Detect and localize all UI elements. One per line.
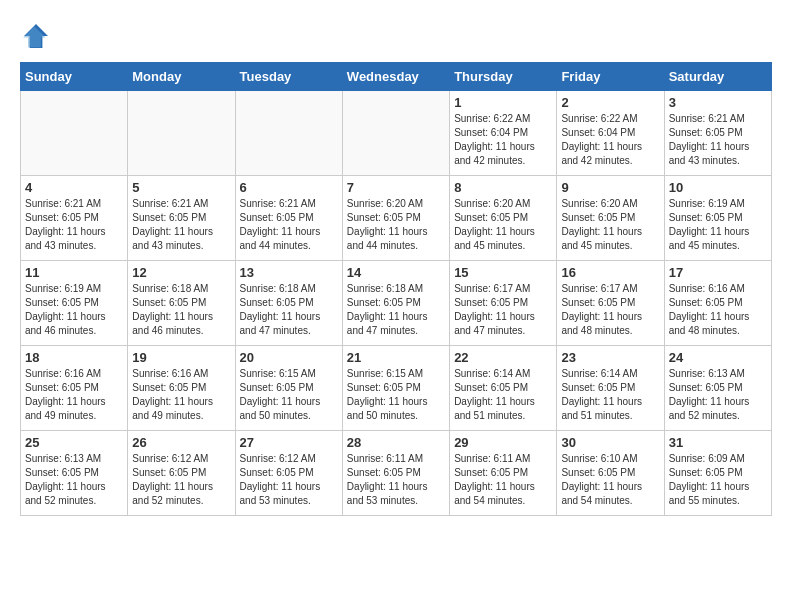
day-number: 7 — [347, 180, 445, 195]
calendar-cell: 7Sunrise: 6:20 AMSunset: 6:05 PMDaylight… — [342, 176, 449, 261]
calendar-cell — [21, 91, 128, 176]
cell-content: Sunrise: 6:12 AMSunset: 6:05 PMDaylight:… — [132, 452, 230, 508]
day-number: 6 — [240, 180, 338, 195]
cell-content: Sunrise: 6:21 AMSunset: 6:05 PMDaylight:… — [669, 112, 767, 168]
day-number: 14 — [347, 265, 445, 280]
calendar-cell: 9Sunrise: 6:20 AMSunset: 6:05 PMDaylight… — [557, 176, 664, 261]
day-number: 4 — [25, 180, 123, 195]
cell-content: Sunrise: 6:20 AMSunset: 6:05 PMDaylight:… — [454, 197, 552, 253]
calendar-week-row: 4Sunrise: 6:21 AMSunset: 6:05 PMDaylight… — [21, 176, 772, 261]
day-header-monday: Monday — [128, 63, 235, 91]
day-number: 11 — [25, 265, 123, 280]
calendar-cell: 12Sunrise: 6:18 AMSunset: 6:05 PMDayligh… — [128, 261, 235, 346]
calendar-cell: 13Sunrise: 6:18 AMSunset: 6:05 PMDayligh… — [235, 261, 342, 346]
calendar-week-row: 18Sunrise: 6:16 AMSunset: 6:05 PMDayligh… — [21, 346, 772, 431]
day-number: 20 — [240, 350, 338, 365]
cell-content: Sunrise: 6:18 AMSunset: 6:05 PMDaylight:… — [132, 282, 230, 338]
day-number: 5 — [132, 180, 230, 195]
cell-content: Sunrise: 6:19 AMSunset: 6:05 PMDaylight:… — [25, 282, 123, 338]
day-number: 13 — [240, 265, 338, 280]
calendar-cell: 17Sunrise: 6:16 AMSunset: 6:05 PMDayligh… — [664, 261, 771, 346]
cell-content: Sunrise: 6:16 AMSunset: 6:05 PMDaylight:… — [669, 282, 767, 338]
day-number: 17 — [669, 265, 767, 280]
cell-content: Sunrise: 6:18 AMSunset: 6:05 PMDaylight:… — [240, 282, 338, 338]
cell-content: Sunrise: 6:13 AMSunset: 6:05 PMDaylight:… — [25, 452, 123, 508]
cell-content: Sunrise: 6:21 AMSunset: 6:05 PMDaylight:… — [25, 197, 123, 253]
calendar-table: SundayMondayTuesdayWednesdayThursdayFrid… — [20, 62, 772, 516]
calendar-cell — [235, 91, 342, 176]
day-header-saturday: Saturday — [664, 63, 771, 91]
calendar-cell: 31Sunrise: 6:09 AMSunset: 6:05 PMDayligh… — [664, 431, 771, 516]
day-number: 18 — [25, 350, 123, 365]
day-number: 22 — [454, 350, 552, 365]
day-number: 12 — [132, 265, 230, 280]
day-number: 1 — [454, 95, 552, 110]
cell-content: Sunrise: 6:12 AMSunset: 6:05 PMDaylight:… — [240, 452, 338, 508]
page-header — [20, 20, 772, 52]
cell-content: Sunrise: 6:11 AMSunset: 6:05 PMDaylight:… — [347, 452, 445, 508]
day-number: 15 — [454, 265, 552, 280]
cell-content: Sunrise: 6:11 AMSunset: 6:05 PMDaylight:… — [454, 452, 552, 508]
day-number: 9 — [561, 180, 659, 195]
calendar-cell: 24Sunrise: 6:13 AMSunset: 6:05 PMDayligh… — [664, 346, 771, 431]
calendar-cell: 5Sunrise: 6:21 AMSunset: 6:05 PMDaylight… — [128, 176, 235, 261]
calendar-cell: 10Sunrise: 6:19 AMSunset: 6:05 PMDayligh… — [664, 176, 771, 261]
calendar-cell — [342, 91, 449, 176]
day-number: 10 — [669, 180, 767, 195]
calendar-cell: 26Sunrise: 6:12 AMSunset: 6:05 PMDayligh… — [128, 431, 235, 516]
calendar-cell: 14Sunrise: 6:18 AMSunset: 6:05 PMDayligh… — [342, 261, 449, 346]
calendar-cell: 8Sunrise: 6:20 AMSunset: 6:05 PMDaylight… — [450, 176, 557, 261]
calendar-cell: 1Sunrise: 6:22 AMSunset: 6:04 PMDaylight… — [450, 91, 557, 176]
cell-content: Sunrise: 6:17 AMSunset: 6:05 PMDaylight:… — [561, 282, 659, 338]
cell-content: Sunrise: 6:19 AMSunset: 6:05 PMDaylight:… — [669, 197, 767, 253]
day-number: 2 — [561, 95, 659, 110]
day-number: 19 — [132, 350, 230, 365]
cell-content: Sunrise: 6:16 AMSunset: 6:05 PMDaylight:… — [25, 367, 123, 423]
calendar-cell: 29Sunrise: 6:11 AMSunset: 6:05 PMDayligh… — [450, 431, 557, 516]
cell-content: Sunrise: 6:15 AMSunset: 6:05 PMDaylight:… — [347, 367, 445, 423]
calendar-week-row: 1Sunrise: 6:22 AMSunset: 6:04 PMDaylight… — [21, 91, 772, 176]
calendar-week-row: 25Sunrise: 6:13 AMSunset: 6:05 PMDayligh… — [21, 431, 772, 516]
day-number: 30 — [561, 435, 659, 450]
cell-content: Sunrise: 6:20 AMSunset: 6:05 PMDaylight:… — [561, 197, 659, 253]
calendar-cell: 3Sunrise: 6:21 AMSunset: 6:05 PMDaylight… — [664, 91, 771, 176]
calendar-cell: 22Sunrise: 6:14 AMSunset: 6:05 PMDayligh… — [450, 346, 557, 431]
day-number: 24 — [669, 350, 767, 365]
cell-content: Sunrise: 6:17 AMSunset: 6:05 PMDaylight:… — [454, 282, 552, 338]
cell-content: Sunrise: 6:10 AMSunset: 6:05 PMDaylight:… — [561, 452, 659, 508]
cell-content: Sunrise: 6:09 AMSunset: 6:05 PMDaylight:… — [669, 452, 767, 508]
cell-content: Sunrise: 6:22 AMSunset: 6:04 PMDaylight:… — [454, 112, 552, 168]
day-number: 8 — [454, 180, 552, 195]
day-number: 25 — [25, 435, 123, 450]
cell-content: Sunrise: 6:21 AMSunset: 6:05 PMDaylight:… — [240, 197, 338, 253]
calendar-cell: 20Sunrise: 6:15 AMSunset: 6:05 PMDayligh… — [235, 346, 342, 431]
calendar-cell: 25Sunrise: 6:13 AMSunset: 6:05 PMDayligh… — [21, 431, 128, 516]
calendar-cell: 27Sunrise: 6:12 AMSunset: 6:05 PMDayligh… — [235, 431, 342, 516]
logo — [20, 20, 56, 52]
day-number: 31 — [669, 435, 767, 450]
calendar-header-row: SundayMondayTuesdayWednesdayThursdayFrid… — [21, 63, 772, 91]
day-header-sunday: Sunday — [21, 63, 128, 91]
calendar-cell: 18Sunrise: 6:16 AMSunset: 6:05 PMDayligh… — [21, 346, 128, 431]
cell-content: Sunrise: 6:18 AMSunset: 6:05 PMDaylight:… — [347, 282, 445, 338]
calendar-cell: 23Sunrise: 6:14 AMSunset: 6:05 PMDayligh… — [557, 346, 664, 431]
cell-content: Sunrise: 6:21 AMSunset: 6:05 PMDaylight:… — [132, 197, 230, 253]
calendar-cell: 6Sunrise: 6:21 AMSunset: 6:05 PMDaylight… — [235, 176, 342, 261]
day-header-tuesday: Tuesday — [235, 63, 342, 91]
cell-content: Sunrise: 6:16 AMSunset: 6:05 PMDaylight:… — [132, 367, 230, 423]
day-number: 29 — [454, 435, 552, 450]
calendar-cell: 19Sunrise: 6:16 AMSunset: 6:05 PMDayligh… — [128, 346, 235, 431]
calendar-cell: 16Sunrise: 6:17 AMSunset: 6:05 PMDayligh… — [557, 261, 664, 346]
calendar-cell: 4Sunrise: 6:21 AMSunset: 6:05 PMDaylight… — [21, 176, 128, 261]
calendar-cell: 15Sunrise: 6:17 AMSunset: 6:05 PMDayligh… — [450, 261, 557, 346]
calendar-week-row: 11Sunrise: 6:19 AMSunset: 6:05 PMDayligh… — [21, 261, 772, 346]
day-number: 27 — [240, 435, 338, 450]
day-number: 16 — [561, 265, 659, 280]
day-header-wednesday: Wednesday — [342, 63, 449, 91]
day-header-friday: Friday — [557, 63, 664, 91]
day-number: 23 — [561, 350, 659, 365]
cell-content: Sunrise: 6:22 AMSunset: 6:04 PMDaylight:… — [561, 112, 659, 168]
calendar-cell: 28Sunrise: 6:11 AMSunset: 6:05 PMDayligh… — [342, 431, 449, 516]
day-number: 3 — [669, 95, 767, 110]
day-number: 28 — [347, 435, 445, 450]
